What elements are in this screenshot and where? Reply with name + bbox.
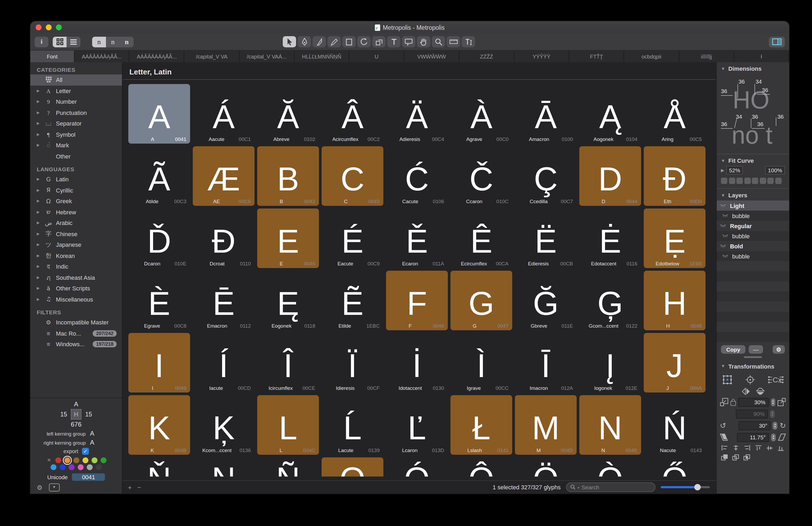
sidebar-item-punctuation[interactable]: ▶?Punctuation: [30, 107, 122, 118]
sidebar-item-japanese[interactable]: ▶ツJapanese: [30, 239, 122, 250]
slant-right-icon[interactable]: [778, 434, 786, 441]
layer-gear-button[interactable]: ⚙: [772, 345, 785, 354]
tab-13[interactable]: ł: [734, 50, 789, 62]
filter-item-windows-[interactable]: ≡Windows...197/218: [30, 339, 122, 350]
rotate-ccw-icon[interactable]: ↺: [720, 421, 726, 430]
fit-curve-step-3[interactable]: [744, 178, 751, 184]
layers-header[interactable]: ▼Layers: [717, 189, 789, 200]
glyph-cell-partial[interactable]: Ň: [128, 457, 190, 477]
select-tool[interactable]: [283, 36, 296, 47]
sidebar-item-symbol[interactable]: ▶¶Symbol: [30, 129, 122, 140]
remove-glyph-button[interactable]: −: [137, 483, 141, 491]
layer-row-bubble[interactable]: bubble: [717, 251, 789, 261]
flip-horizontal-icon[interactable]: [741, 388, 751, 395]
tab-2[interactable]: AÁĂÂÄÀĀĄÅÃ...: [129, 50, 184, 62]
layer-row-bold[interactable]: Bold: [717, 241, 789, 251]
tab-8[interactable]: ZŹŽŻ: [459, 50, 514, 62]
sidebar-item-indic[interactable]: ▶दIndic: [30, 261, 122, 272]
unicode-value-field[interactable]: 0041: [72, 474, 105, 481]
sidebar-item-greek[interactable]: ▶ΩGreek: [30, 196, 122, 207]
glyph-cell-Abreve[interactable]: ĂAbreve0102: [257, 84, 319, 144]
layer-row-regular[interactable]: Regular: [717, 221, 789, 231]
tab-4[interactable]: /capital_V VAÁ...: [240, 50, 294, 62]
eye-closed-icon[interactable]: [722, 253, 729, 259]
glyph-cell-partial[interactable]: Ő: [644, 457, 706, 477]
fit-curve-step-4[interactable]: [752, 178, 758, 184]
glyph-cell-F[interactable]: FF0046: [386, 271, 448, 330]
copy-layer-button[interactable]: Copy: [721, 345, 746, 354]
transform-origin-reference-icon[interactable]: [745, 374, 756, 385]
transform-tool[interactable]: [372, 36, 386, 47]
glyph-width-value[interactable]: 676: [30, 421, 122, 428]
align-bottom-icon[interactable]: [778, 445, 785, 451]
sidebar-item-chinese[interactable]: ▶字Chinese: [30, 228, 122, 239]
color-swatch-1[interactable]: [64, 457, 70, 463]
intersect-shapes-icon[interactable]: [743, 454, 750, 460]
glyph-cell-partial[interactable]: Ņ: [193, 457, 255, 477]
fit-curve-step-1[interactable]: [729, 178, 735, 184]
color-swatch-7[interactable]: [60, 464, 66, 470]
color-swatch-5[interactable]: [101, 457, 106, 463]
glyph-cell-Ecaron[interactable]: ĚEcaron011A: [386, 209, 448, 268]
right-sidebearing-value[interactable]: 15: [85, 411, 92, 418]
tab-11[interactable]: ocbdqpii: [624, 50, 679, 62]
sidebar-item-miscellaneous[interactable]: ▶♫Miscellaneous: [30, 294, 122, 305]
weight-button-0[interactable]: n: [92, 36, 106, 47]
sidebar-item-southeast-asia[interactable]: ▶ฦSoutheast Asia: [30, 272, 122, 283]
eye-closed-icon[interactable]: [722, 212, 729, 219]
grid-view-icon[interactable]: [53, 36, 67, 47]
glyph-cell-partial[interactable]: Ò: [579, 457, 641, 477]
color-swatch-9[interactable]: [78, 464, 84, 470]
glyph-cell-Dcaron[interactable]: ĎDcaron010E: [128, 209, 190, 268]
glyph-cell-Eacute[interactable]: ÉEacute00C9: [322, 209, 383, 268]
color-swatch-10[interactable]: [87, 464, 93, 470]
glyph-cell-Acircumflex[interactable]: ÂAcircumflex00C2: [322, 84, 383, 144]
glyph-cell-Ccedilla[interactable]: ÇCcedilla00C7: [515, 146, 577, 206]
glyph-cell-C[interactable]: CC0043: [322, 146, 383, 206]
glyph-cell-J[interactable]: JJ004A: [644, 333, 706, 392]
left-sidebearing-value[interactable]: 15: [60, 411, 67, 418]
glyph-cell-Lcaron[interactable]: ĽLcaron013D: [386, 395, 448, 455]
slant-value-field[interactable]: 11.75°: [737, 433, 769, 442]
glyph-cell-partial[interactable]: O: [322, 457, 383, 477]
slant-stepper[interactable]: ▲▼: [771, 433, 776, 441]
color-swatch-6[interactable]: [50, 464, 56, 470]
glyph-cell-Adieresis[interactable]: ÄAdieresis00C4: [386, 84, 448, 144]
tab-5[interactable]: HLĹĽŁMNŃŇŅÑ: [294, 50, 349, 62]
align-left-icon[interactable]: [721, 445, 728, 451]
fit-curve-min-field[interactable]: 52%: [726, 166, 743, 175]
glyph-cell-L[interactable]: LL004C: [257, 395, 319, 455]
tab-font[interactable]: Font: [30, 50, 74, 62]
color-swatch-11[interactable]: [96, 464, 102, 470]
tab-6[interactable]: U: [349, 50, 404, 62]
glyph-cell-Gbreve[interactable]: ĞGbreve011E: [515, 271, 577, 330]
glyph-cell-Eogonek[interactable]: ĘEogonek0118: [257, 271, 319, 330]
font-info-button[interactable]: i: [34, 36, 48, 47]
settings-gear-icon[interactable]: ⚙: [37, 484, 43, 491]
layer-row-bubble[interactable]: bubble: [717, 231, 789, 241]
glyph-cell-Aogonek[interactable]: ĄAogonek0104: [579, 84, 641, 144]
rotate-value-field[interactable]: 30°: [739, 421, 771, 430]
transform-context-icon[interactable]: Cx: [768, 375, 784, 384]
right-kerning-value[interactable]: A: [90, 439, 94, 446]
glyph-cell-Etilde[interactable]: ẼEtilde1EBC: [322, 271, 383, 330]
remove-layer-button[interactable]: —: [749, 345, 763, 354]
zoom-tool[interactable]: [432, 36, 445, 47]
glyph-cell-Edotaccent[interactable]: ĖEdotaccent0116: [579, 209, 641, 268]
tab-10[interactable]: FTŤŢ: [569, 50, 624, 62]
glyph-cell-Gcom...ccent[interactable]: ĢGcom...ccent0122: [579, 271, 641, 330]
scale-stepper[interactable]: ▲▼: [771, 398, 775, 406]
fit-curve-step-0[interactable]: [721, 178, 727, 184]
glyph-cell-Cacute[interactable]: ĆCacute0106: [386, 146, 448, 206]
fit-curve-max-field[interactable]: 100%: [765, 166, 785, 175]
layer-row-bubble[interactable]: bubble: [717, 211, 789, 221]
sidebar-item-separator[interactable]: ▶:..:Separator: [30, 118, 122, 129]
sidebar-item-all[interactable]: All: [30, 74, 122, 85]
glyph-cell-Agrave[interactable]: ÀAgrave00C0: [450, 84, 512, 144]
text-tool[interactable]: [387, 36, 401, 47]
rotate-tool[interactable]: [357, 36, 371, 47]
glyph-cell-Ecircumflex[interactable]: ÊEcircumflex00CA: [450, 209, 512, 268]
flip-vertical-icon[interactable]: [756, 388, 765, 395]
glyph-cell-N[interactable]: NN004E: [579, 395, 641, 455]
annotation-tool[interactable]: [402, 36, 415, 47]
